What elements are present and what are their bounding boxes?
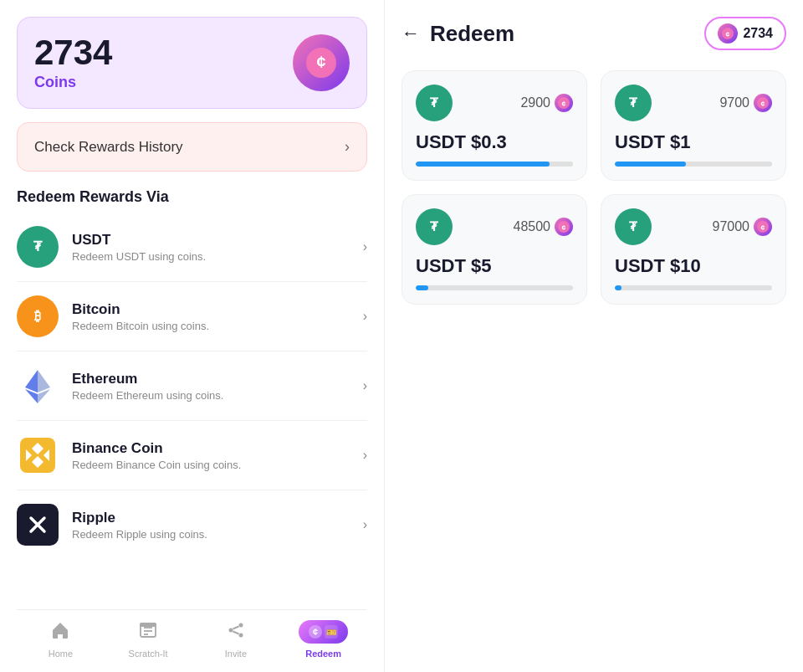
card-progress-fill-usdt-5 bbox=[416, 285, 428, 290]
tether-icon-usdt-1: ₮ bbox=[615, 85, 652, 121]
redeem-cards-grid: ₮ 2900 ¢ USDT $0.3 ₮ 97 bbox=[402, 70, 786, 305]
ethereum-name: Ethereum bbox=[72, 371, 363, 387]
card-cost-usdt-03: 2900 ¢ bbox=[520, 94, 573, 112]
svg-text:₮: ₮ bbox=[430, 95, 439, 110]
redeem-card-usdt-10[interactable]: ₮ 97000 ¢ USDT $10 bbox=[601, 194, 786, 305]
card-progress-usdt-10 bbox=[615, 285, 772, 290]
binance-name: Binance Coin bbox=[72, 440, 363, 457]
ethereum-icon bbox=[17, 365, 59, 407]
crypto-item-bitcoin[interactable]: ₿ Bitcoin Redeem Bitcoin using coins. › bbox=[17, 282, 367, 351]
svg-point-24 bbox=[238, 634, 243, 638]
coins-badge: ¢ 2734 bbox=[704, 17, 786, 50]
crypto-item-ripple[interactable]: Ripple Redeem Ripple using coins. › bbox=[17, 490, 367, 559]
crypto-item-ethereum[interactable]: Ethereum Redeem Ethereum using coins. › bbox=[17, 351, 367, 421]
card-cost-coin-icon-usdt-5: ¢ bbox=[555, 218, 573, 236]
svg-text:₮: ₮ bbox=[430, 219, 439, 233]
card-progress-usdt-1 bbox=[615, 162, 772, 167]
svg-text:¢: ¢ bbox=[726, 30, 730, 38]
svg-marker-6 bbox=[38, 370, 50, 392]
usdt-name: USDT bbox=[72, 232, 363, 249]
card-cost-usdt-10: 97000 ¢ bbox=[713, 218, 773, 236]
binance-desc: Redeem Binance Coin using coins. bbox=[72, 459, 363, 471]
redeem-nav-label: Redeem bbox=[305, 649, 341, 659]
card-amount-usdt-03: USDT $0.3 bbox=[416, 131, 573, 153]
svg-text:₿: ₿ bbox=[34, 309, 41, 323]
home-nav-label: Home bbox=[49, 649, 73, 659]
redeem-nav-icon: ¢ 🎫 bbox=[299, 620, 348, 644]
rewards-history-label: Check Rewards History bbox=[34, 139, 183, 156]
tether-icon-usdt-5: ₮ bbox=[416, 208, 453, 245]
nav-item-redeem[interactable]: ¢ 🎫 Redeem bbox=[299, 620, 349, 659]
card-cost-usdt-1: 9700 ¢ bbox=[719, 94, 772, 112]
usdt-desc: Redeem USDT using coins. bbox=[72, 250, 363, 263]
usdt-icon: ₮ bbox=[17, 226, 59, 268]
svg-text:₮: ₮ bbox=[33, 239, 43, 254]
nav-item-invite[interactable]: Invite bbox=[211, 620, 261, 659]
binance-details: Binance Coin Redeem Binance Coin using c… bbox=[72, 440, 363, 471]
bottom-nav: Home Scratch-It bbox=[17, 609, 367, 672]
svg-line-25 bbox=[233, 627, 238, 629]
ripple-details: Ripple Redeem Ripple using coins. bbox=[72, 510, 363, 541]
ripple-desc: Redeem Ripple using coins. bbox=[72, 528, 363, 541]
card-header-usdt-1: ₮ 9700 ¢ bbox=[615, 85, 772, 121]
svg-text:🎫: 🎫 bbox=[326, 627, 337, 638]
redeem-header: ← Redeem ¢ 2734 bbox=[402, 17, 786, 50]
card-header-usdt-10: ₮ 97000 ¢ bbox=[615, 208, 772, 245]
rewards-history-button[interactable]: Check Rewards History › bbox=[17, 122, 367, 172]
svg-line-26 bbox=[233, 632, 238, 634]
svg-text:₮: ₮ bbox=[629, 95, 638, 110]
card-cost-number-usdt-10: 97000 bbox=[713, 219, 750, 234]
tether-icon-usdt-10: ₮ bbox=[615, 208, 652, 245]
svg-point-22 bbox=[228, 628, 233, 633]
bitcoin-desc: Redeem Bitcoin using coins. bbox=[72, 320, 363, 332]
ethereum-chevron-icon: › bbox=[363, 378, 367, 393]
redeem-via-title: Redeem Rewards Via bbox=[17, 188, 367, 206]
back-button[interactable]: ← bbox=[402, 23, 420, 44]
tether-icon-usdt-03: ₮ bbox=[416, 85, 453, 121]
ripple-icon bbox=[17, 504, 59, 546]
redeem-card-usdt-1[interactable]: ₮ 9700 ¢ USDT $1 bbox=[601, 70, 786, 181]
nav-item-home[interactable]: Home bbox=[35, 620, 85, 659]
svg-text:¢: ¢ bbox=[561, 100, 565, 108]
nav-item-scratch[interactable]: Scratch-It bbox=[123, 620, 173, 659]
coins-card: 2734 Coins ¢ bbox=[17, 17, 367, 109]
chevron-right-icon: › bbox=[345, 138, 350, 156]
left-panel: 2734 Coins ¢ Check Rewards History › Red… bbox=[0, 0, 385, 672]
ethereum-desc: Redeem Ethereum using coins. bbox=[72, 389, 363, 402]
binance-icon bbox=[17, 434, 59, 476]
svg-text:¢: ¢ bbox=[316, 53, 325, 71]
binance-chevron-icon: › bbox=[363, 448, 367, 463]
redeem-page-title: Redeem bbox=[430, 21, 514, 47]
redeem-card-usdt-03[interactable]: ₮ 2900 ¢ USDT $0.3 bbox=[402, 70, 587, 181]
card-cost-coin-icon-usdt-03: ¢ bbox=[555, 94, 573, 112]
bitcoin-chevron-icon: › bbox=[363, 309, 367, 324]
card-amount-usdt-1: USDT $1 bbox=[615, 131, 772, 153]
svg-text:¢: ¢ bbox=[561, 223, 565, 232]
card-cost-number-usdt-5: 48500 bbox=[514, 219, 551, 234]
card-progress-fill-usdt-1 bbox=[615, 162, 686, 167]
right-panel: ← Redeem ¢ 2734 bbox=[385, 0, 803, 672]
crypto-item-binance[interactable]: Binance Coin Redeem Binance Coin using c… bbox=[17, 421, 367, 490]
bitcoin-details: Bitcoin Redeem Bitcoin using coins. bbox=[72, 301, 363, 332]
coins-icon: ¢ bbox=[293, 34, 350, 91]
card-cost-number-usdt-03: 2900 bbox=[520, 95, 550, 110]
bitcoin-name: Bitcoin bbox=[72, 301, 363, 318]
coins-badge-icon: ¢ bbox=[718, 23, 738, 44]
svg-text:¢: ¢ bbox=[760, 100, 765, 108]
ripple-name: Ripple bbox=[72, 510, 363, 526]
crypto-item-usdt[interactable]: ₮ USDT Redeem USDT using coins. › bbox=[17, 213, 367, 282]
ripple-chevron-icon: › bbox=[363, 517, 367, 532]
card-progress-usdt-03 bbox=[416, 162, 573, 167]
card-cost-coin-icon-usdt-1: ¢ bbox=[754, 94, 772, 112]
card-amount-usdt-10: USDT $10 bbox=[615, 255, 772, 277]
svg-point-23 bbox=[238, 623, 243, 628]
card-header-usdt-5: ₮ 48500 ¢ bbox=[416, 208, 573, 245]
invite-icon bbox=[226, 620, 246, 645]
redeem-card-usdt-5[interactable]: ₮ 48500 ¢ USDT $5 bbox=[402, 194, 587, 305]
redeem-header-left: ← Redeem bbox=[402, 21, 514, 47]
card-cost-coin-icon-usdt-10: ¢ bbox=[754, 218, 772, 236]
card-progress-fill-usdt-03 bbox=[416, 162, 550, 167]
scratch-icon bbox=[138, 620, 158, 645]
card-amount-usdt-5: USDT $5 bbox=[416, 255, 573, 277]
home-icon bbox=[50, 620, 70, 645]
